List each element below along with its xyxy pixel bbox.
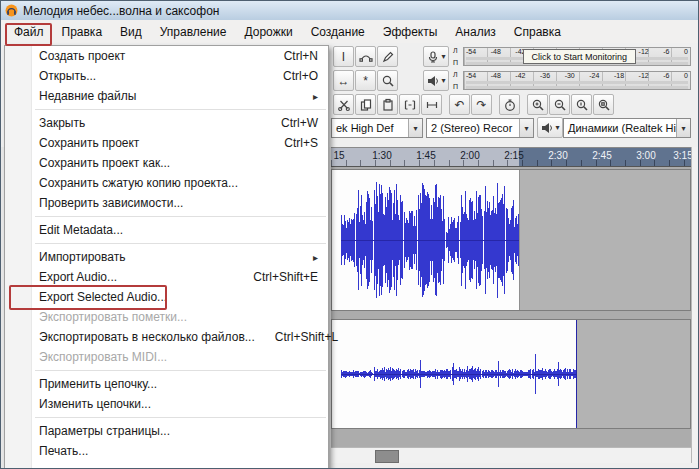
menubar-transport[interactable]: Управление <box>151 22 236 42</box>
menu-item-export-multiple[interactable]: Экспортировать в несколько файлов... Ctr… <box>5 327 328 347</box>
dropdown-arrow-icon: ▾ <box>555 123 559 132</box>
menu-item-edit-chains[interactable]: Изменить цепочки... <box>5 394 328 414</box>
fit-selection-button[interactable] <box>571 94 592 115</box>
playback-meter-scale: -54-48 -42-36 -30-24 -18-12 -60 <box>466 72 688 79</box>
playback-meter[interactable]: -54-48 -42-36 -30-24 -18-12 -60 <box>463 71 691 90</box>
menu-item-export-labels: Экспортировать пометки... <box>5 307 328 327</box>
fit-project-button[interactable] <box>593 94 614 115</box>
pencil-icon <box>381 50 395 64</box>
menu-item-recent-files[interactable]: Недавние файлы ▸ <box>5 86 328 106</box>
scissors-icon <box>337 98 351 112</box>
menu-item-export-selected-audio[interactable]: Export Selected Audio... <box>5 287 328 307</box>
waveform-track-1 <box>332 170 690 310</box>
selection-tool-button[interactable]: I <box>333 46 354 67</box>
menu-item-export-audio[interactable]: Export Audio... Ctrl+Shift+E <box>5 267 328 287</box>
dropdown-arrow-icon: ▾ <box>441 76 445 85</box>
menu-separator <box>35 243 326 244</box>
speaker-icon <box>540 121 554 135</box>
menubar-analyze[interactable]: Анализ <box>446 22 505 42</box>
menu-separator <box>35 417 326 418</box>
menu-item-open[interactable]: Открыть... Ctrl+O <box>5 66 328 86</box>
input-device-value: ek High Def <box>336 122 393 134</box>
ruler-label: 3:15 <box>673 150 692 161</box>
playback-meter-source-button[interactable]: ▾ <box>423 70 449 91</box>
vertical-scrollbar[interactable] <box>691 147 699 463</box>
output-device-value: Динамики (Realtek High Defi <box>568 122 691 134</box>
multitool-icon: * <box>363 74 368 88</box>
waveform-track-2 <box>332 320 690 428</box>
silence-audio-button[interactable] <box>421 94 442 115</box>
copy-icon <box>359 98 373 112</box>
output-device-icon-button[interactable]: ▾ <box>537 117 563 138</box>
fit-project-icon <box>597 98 611 112</box>
menu-item-close[interactable]: Закрыть Ctrl+W <box>5 113 328 133</box>
draw-tool-button[interactable] <box>377 46 398 67</box>
sync-lock-button[interactable] <box>499 94 520 115</box>
menu-item-save-compressed-copy[interactable]: Сохранить сжатую копию проекта... <box>5 173 328 193</box>
undo-icon: ↶ <box>454 98 464 112</box>
audacity-app-icon <box>5 4 18 17</box>
input-channels-combo[interactable]: 2 (Stereo) Recor ▾ <box>426 118 534 138</box>
menubar-view[interactable]: Вид <box>111 22 151 42</box>
redo-icon: ↷ <box>476 98 486 112</box>
file-menu-dropdown: Создать проект Ctrl+N Открыть... Ctrl+O … <box>4 45 329 469</box>
submenu-arrow-icon: ▸ <box>313 252 318 263</box>
zoom-tool-button[interactable] <box>377 70 398 91</box>
playback-meter-channel-labels: ЛП <box>453 71 458 90</box>
menu-item-apply-chain[interactable]: Применить цепочку... <box>5 374 328 394</box>
menubar-file[interactable]: Файл <box>5 22 53 42</box>
redo-button[interactable]: ↷ <box>471 94 492 115</box>
menubar-effects[interactable]: Эффекты <box>374 22 447 42</box>
undo-button[interactable]: ↶ <box>449 94 470 115</box>
zoom-in-button[interactable] <box>527 94 548 115</box>
record-meter-source-button[interactable]: ▾ <box>423 46 449 67</box>
timeshift-tool-button[interactable]: ↔ <box>333 70 354 91</box>
menu-item-export-midi: Экспортировать MIDI... <box>5 347 328 367</box>
menubar-edit[interactable]: Правка <box>53 22 112 42</box>
timeline-ruler[interactable]: 15 1:30 1:45 2:00 2:15 2:30 2:45 3:00 3:… <box>331 147 691 167</box>
zoom-out-button[interactable] <box>549 94 570 115</box>
menu-item-edit-metadata[interactable]: Edit Metadata... <box>5 220 328 240</box>
trim-icon <box>403 98 417 112</box>
envelope-tool-button[interactable] <box>355 46 376 67</box>
copy-button[interactable] <box>355 94 376 115</box>
menu-item-page-setup[interactable]: Параметры страницы... <box>5 421 328 441</box>
paste-button[interactable] <box>377 94 398 115</box>
horizontal-scrollbar[interactable] <box>331 447 691 463</box>
menu-item-save-project-as[interactable]: Сохранить проект как... <box>5 153 328 173</box>
zoom-in-icon <box>531 98 545 112</box>
cut-button[interactable] <box>333 94 354 115</box>
menu-item-print[interactable]: Печать... <box>5 441 328 461</box>
start-monitoring-button[interactable]: Click to Start Monitoring <box>523 49 636 64</box>
window-title: Мелодия небес...волна и саксофон <box>23 4 219 18</box>
dropdown-arrow-icon: ▾ <box>676 119 690 137</box>
audio-track-2[interactable] <box>331 319 691 429</box>
horizontal-scrollbar-thumb[interactable] <box>375 450 399 463</box>
menubar-help[interactable]: Справка <box>505 22 570 42</box>
stopwatch-icon <box>503 98 517 112</box>
dropdown-arrow-icon: ▾ <box>408 119 422 137</box>
menu-bar: Файл Правка Вид Управление Дорожки Созда… <box>1 20 698 44</box>
menu-item-save-project[interactable]: Сохранить проект Ctrl+S <box>5 133 328 153</box>
ruler-label: 1:30 <box>372 150 391 161</box>
output-device-combo[interactable]: Динамики (Realtek High Defi ▾ <box>563 118 691 138</box>
menu-item-check-dependencies[interactable]: Проверить зависимости... <box>5 193 328 213</box>
multi-tool-button[interactable]: * <box>355 70 376 91</box>
menu-item-new-project[interactable]: Создать проект Ctrl+N <box>5 46 328 66</box>
menu-item-import[interactable]: Импортировать ▸ <box>5 247 328 267</box>
zoom-out-icon <box>553 98 567 112</box>
audio-track-1[interactable] <box>331 169 691 311</box>
input-device-combo[interactable]: ek High Def ▾ <box>331 118 423 138</box>
magnifier-icon <box>381 74 395 88</box>
recording-meter[interactable]: -54-48 -42-36 -30-24 -18-12 -60 Click to… <box>463 47 691 66</box>
dropdown-arrow-icon: ▾ <box>441 52 445 61</box>
ibeam-icon: I <box>342 50 345 64</box>
paste-icon <box>381 98 395 112</box>
ruler-label: 2:00 <box>460 150 479 161</box>
input-channels-value: 2 (Stereo) Recor <box>431 122 512 134</box>
menubar-tracks[interactable]: Дорожки <box>236 22 302 42</box>
ruler-label: 3:00 <box>636 150 655 161</box>
menu-separator <box>35 109 326 110</box>
trim-audio-button[interactable] <box>399 94 420 115</box>
menubar-generate[interactable]: Создание <box>302 22 374 42</box>
